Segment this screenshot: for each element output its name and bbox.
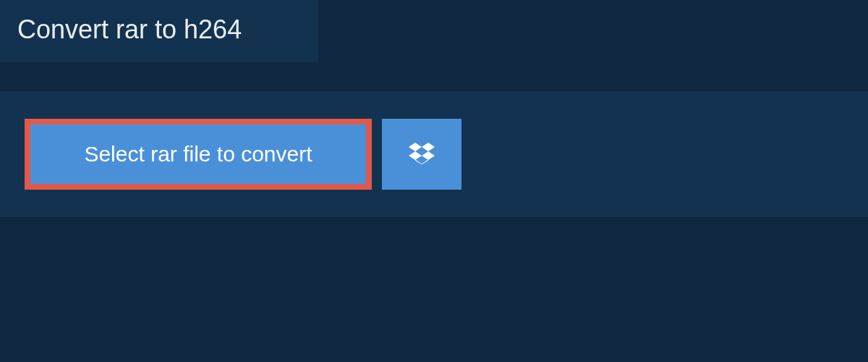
select-file-label: Select rar file to convert — [84, 142, 312, 167]
dropbox-icon — [409, 140, 435, 169]
button-row: Select rar file to convert — [25, 119, 843, 190]
content-panel: Select rar file to convert — [0, 91, 868, 217]
dropbox-button[interactable] — [382, 119, 461, 190]
page-title: Convert rar to h264 — [17, 14, 301, 45]
select-file-button[interactable]: Select rar file to convert — [25, 119, 372, 190]
header-bar: Convert rar to h264 — [0, 0, 318, 62]
